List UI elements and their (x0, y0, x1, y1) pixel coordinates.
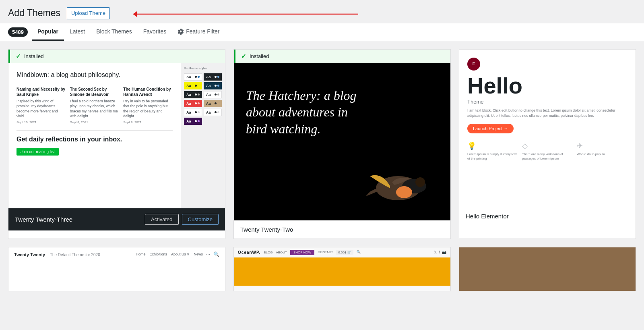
theme-card-oceanwp: OceanWP. BLOG ABOUT SHOP NOW CONTACT 0.0… (233, 247, 451, 291)
elementor-badge: E (467, 58, 480, 71)
nav-bar: 5489 Popular Latest Block Themes Favorit… (0, 23, 644, 41)
t23-post-date-0: Sept 10, 2021 (17, 120, 66, 124)
hello-title: Hello (467, 75, 627, 97)
hello-features: 💡 Lorem ipsum is simply dummy text of th… (467, 141, 627, 161)
style-chip-dark: Aa (204, 73, 222, 81)
owp-logo: OceanWP. (238, 250, 260, 255)
t22-headline-3: bird watching. (246, 122, 320, 136)
theme-preview-t22: The Hatchery: a blog about adventures in… (234, 63, 450, 220)
theme-card-third (459, 247, 636, 291)
twitter-icon: 𝕏 (434, 250, 437, 254)
t23-post-excerpt-1: I feel a cold northern breeze play upon … (70, 99, 120, 119)
bird-illustration (358, 152, 438, 216)
t23-tagline: Mindblown: a blog about philosophy. (17, 71, 173, 79)
page-title: Add Themes (8, 8, 60, 19)
t23-post-0: Naming and Necessity by Saul Kripke Insp… (17, 87, 66, 124)
t22-headline-2: about adventures in (246, 105, 348, 119)
style-chip-minimal2: Aa (204, 109, 222, 116)
arrow-decoration (133, 8, 366, 20)
t22-headline: The Hatchery: a blog about adventures in… (234, 75, 369, 150)
t23-footer-actions: Activated Customize (145, 214, 219, 225)
tab-latest[interactable]: Latest (64, 23, 91, 41)
style-chip-light: Aa (204, 91, 222, 98)
t23-cta: Get daily reflections in your inbox. (17, 135, 173, 144)
elementor-badge-label: E (473, 62, 475, 66)
hello-feature-2: ✈ Where do to popula (577, 141, 627, 161)
hello-feature-1: ◇ There are many variations of passages … (522, 141, 573, 161)
hello-body-text: I am text block. Click edit button to ch… (467, 108, 627, 119)
hello-feature-0: 💡 Lorem ipsum is simply dummy text of th… (467, 141, 518, 161)
tab-block-themes[interactable]: Block Themes (91, 23, 137, 41)
tab-favorites[interactable]: Favorites (138, 23, 172, 41)
owp-shop-button[interactable]: SHOP NOW (290, 250, 314, 255)
diamond-icon: ◇ (522, 141, 573, 150)
style-chip-yellow: Aa (184, 82, 202, 89)
upload-theme-button[interactable]: Upload Theme (67, 7, 110, 19)
theme-card-twenty-twenty-three: ✓ Installed Mindblown: a blog about phil… (8, 49, 225, 239)
owp-top-bar: OceanWP. BLOG ABOUT SHOP NOW CONTACT 0.0… (234, 247, 450, 257)
theme-card-twenty-twenty-two: ✓ Installed The Hatchery: a blog about a… (233, 49, 451, 239)
hello-footer: Hello Elementor (459, 207, 636, 225)
oceanwp-preview: OceanWP. BLOG ABOUT SHOP NOW CONTACT 0.0… (234, 247, 450, 291)
gear-icon (178, 28, 184, 35)
t22-headline-1: The Hatchery: a blog (246, 88, 357, 103)
t20-nav: Home Exhibitions About Us ∨ News (136, 252, 203, 256)
hello-feature-text-2: Where do to popula (577, 152, 627, 156)
t23-post-title-2: The Human Condition by Hannah Arendt (123, 87, 173, 97)
installed-label-t22: Installed (250, 53, 269, 59)
check-icon-t23: ✓ (16, 53, 21, 60)
t23-post-excerpt-0: Inspired by this wind of promise, my day… (17, 99, 66, 119)
style-chip-default: Aa (184, 73, 202, 81)
t23-post-1: The Second Sex by Simone de Beauvoir I f… (70, 87, 120, 124)
t20-ellipsis-icon: ··· (206, 251, 210, 257)
t23-styles-panel: the theme styles Aa Aa (181, 63, 225, 208)
customize-button[interactable]: Customize (182, 214, 219, 225)
owp-search-icon: 🔍 (357, 250, 361, 255)
t20-header: Twenty Twenty The Default Theme for 2020… (14, 251, 219, 257)
t23-post-title-0: Naming and Necessity by Saul Kripke (17, 87, 66, 97)
hello-feature-text-1: There are many variations of passages of… (522, 152, 573, 161)
hello-launch-button[interactable]: Launch Project → (467, 124, 514, 133)
hello-name-label: Hello Elementor (466, 213, 509, 220)
plane-icon: ✈ (577, 141, 627, 150)
hello-subtitle: Theme (467, 99, 627, 105)
t23-subscribe-button[interactable]: Join our mailing list (17, 148, 59, 156)
t23-name-label: Twenty Twenty-Three (15, 216, 72, 223)
facebook-icon: f (439, 250, 440, 254)
theme-card-twenty-twenty: Twenty Twenty The Default Theme for 2020… (8, 247, 225, 291)
t23-footer: Twenty Twenty-Three Activated Customize (8, 208, 225, 230)
tab-popular[interactable]: Popular (32, 23, 64, 41)
check-icon-t22: ✓ (241, 53, 246, 60)
t20-search-icon: 🔍 (213, 251, 219, 257)
t22-name-label: Twenty Twenty-Two (240, 226, 293, 233)
t22-footer: Twenty Twenty-Two (234, 220, 450, 239)
svg-point-4 (415, 177, 425, 187)
svg-marker-1 (133, 11, 137, 17)
t23-left-panel: Mindblown: a blog about philosophy. Nami… (8, 63, 181, 208)
hello-feature-text-0: Lorem ipsum is simply dummy text of the … (467, 152, 518, 161)
style-chip-minimal: Aa (184, 109, 202, 116)
themes-grid: ✓ Installed Mindblown: a blog about phil… (0, 41, 644, 247)
t20-header-actions: Home Exhibitions About Us ∨ News ··· 🔍 (136, 251, 219, 257)
t23-divider (17, 130, 173, 131)
tab-feature-filter[interactable]: Feature Filter (172, 23, 225, 41)
themes-count-badge: 5489 (8, 27, 28, 37)
owp-social-links: 𝕏 f 📷 (434, 250, 446, 254)
theme-card-hello-elementor: E Hello Theme I am text block. Click edi… (459, 49, 636, 239)
installed-banner-t22: ✓ Installed (234, 50, 450, 63)
svg-point-5 (396, 186, 412, 198)
style-chip-purple: Aa (184, 118, 202, 125)
themes-grid-bottom: Twenty Twenty The Default Theme for 2020… (0, 247, 644, 299)
installed-banner-t23: ✓ Installed (8, 50, 225, 63)
t23-post-excerpt-2: I try in vain to be persuaded that the p… (123, 99, 173, 119)
third-theme-preview (459, 247, 636, 291)
feature-filter-label: Feature Filter (186, 28, 219, 35)
owp-nav: BLOG ABOUT (264, 251, 287, 254)
style-chip-dark2: Aa (184, 91, 202, 98)
t23-post-title-1: The Second Sex by Simone de Beauvoir (70, 87, 120, 97)
instagram-icon: 📷 (442, 250, 446, 254)
theme-preview-t23: Mindblown: a blog about philosophy. Nami… (8, 63, 225, 208)
owp-hero-section (234, 257, 450, 286)
activated-button[interactable]: Activated (145, 214, 178, 225)
installed-label-t23: Installed (24, 53, 43, 59)
